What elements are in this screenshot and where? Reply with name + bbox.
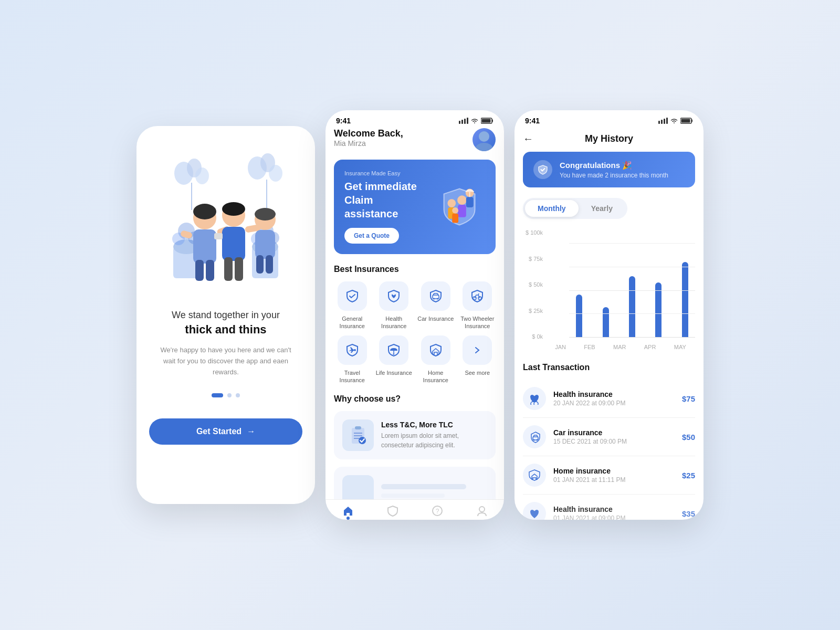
insurance-general[interactable]: General Insurance [334,281,371,330]
see-more[interactable]: See more [459,335,496,384]
see-more-label: See more [465,369,490,376]
battery-icon [481,118,494,124]
transaction-car: Car insurance 15 DEC 2021 at 09:00 PM $5… [523,418,695,456]
nav-shield[interactable] [387,505,398,517]
svg-rect-51 [466,197,474,207]
insurance-life-label: Life Insurance [376,369,412,376]
nav-home[interactable] [342,505,354,517]
bar-feb [595,243,615,337]
x-label-feb: FEB [584,344,595,350]
trans-date-4: 01 JAN 2021 at 09:00 PM [553,514,675,520]
heart-trans-icon-2 [528,507,541,520]
welcome-text: Welcome Back, Mia Mirza [334,128,403,148]
bar-may [675,243,695,337]
bar-mar [622,243,642,337]
tab-yearly[interactable]: Yearly [579,200,625,217]
svg-rect-75 [691,120,692,122]
status-icons [459,118,494,124]
trans-name-1: Health insurance [553,390,675,398]
svg-rect-21 [195,260,204,281]
tab-monthly[interactable]: Monthly [525,200,579,217]
svg-rect-76 [681,119,690,123]
car-trans-icon [528,430,541,443]
why-card: Less T&C, More TLC Lorem ipsum dolor sit… [334,411,496,459]
x-label-mar: MAR [613,344,626,350]
bar-apr [648,243,668,337]
x-label-jan: JAN [555,344,566,350]
congrats-banner: Congratulations 🎉 You have made 2 insura… [523,152,695,187]
home-shield-icon [428,343,443,358]
onboarding-screen: We stand together in your thick and thin… [136,126,315,504]
user-name: Mia Mirza [334,139,403,148]
why-title: Why choose us? [334,394,496,404]
insurance-home[interactable]: Home Insurance [417,335,454,384]
shield-congrats-icon [538,164,548,175]
chart-bars [569,243,695,338]
get-quote-button[interactable]: Get a Quote [344,228,399,244]
svg-point-26 [222,202,245,216]
status-bar: 9:41 [326,110,504,128]
shield-nav-icon [387,505,398,517]
svg-rect-34 [256,255,264,274]
x-label-may: MAY [674,344,686,350]
chevron-right-icon [470,343,485,358]
insurance-travel[interactable]: Travel Insurance [334,335,371,384]
greeting: Welcome Back, [334,128,403,139]
svg-rect-40 [467,118,468,124]
trans-amount-1: $75 [682,394,695,403]
insurance-health[interactable]: Health Insurance [376,281,413,330]
insurance-life[interactable]: Life Insurance [376,335,413,384]
best-insurances-title: Best Insurances [334,265,496,274]
dot-1 [212,393,223,397]
status-bar-3: 9:41 [514,110,704,128]
back-button[interactable]: ← [523,133,533,145]
wifi-icon [470,118,479,124]
home-trans-icon [528,469,541,481]
get-started-button[interactable]: Get Started → [149,418,302,445]
trans-date-2: 15 DEC 2021 at 09:00 PM [553,438,675,445]
svg-rect-71 [661,120,663,124]
battery-icon-3 [680,118,693,124]
svg-rect-62 [355,426,361,429]
tagline: We stand together in your thick and thin… [172,310,280,337]
svg-point-44 [479,131,489,142]
signal-icon [459,118,468,124]
svg-rect-27 [222,227,245,261]
svg-rect-39 [464,119,466,124]
onboarding-illustration [152,142,299,299]
svg-rect-22 [206,260,214,281]
chart-x-axis: JAN FEB MAR APR MAY [546,344,695,350]
svg-point-2 [195,167,209,184]
svg-point-32 [255,208,276,220]
wifi-icon-3 [670,118,678,124]
help-nav-icon: ? [432,505,443,517]
svg-rect-33 [255,230,275,259]
svg-point-45 [476,143,492,151]
nav-help[interactable]: ? [432,505,443,517]
time: 9:41 [336,117,351,125]
profile-nav-icon [476,505,488,517]
onboarding-subtitle: We're happy to have you here and we can'… [158,345,294,377]
insurance-car[interactable]: Car Insurance [417,281,454,330]
last-transaction-title: Last Transaction [523,363,695,372]
svg-rect-35 [266,255,273,274]
trans-name-4: Health insurance [553,505,675,513]
svg-rect-72 [664,119,665,124]
svg-point-57 [437,298,438,300]
nav-profile[interactable] [476,505,488,517]
trans-date-3: 01 JAN 2021 at 11:11 PM [553,476,675,484]
svg-rect-36 [214,233,223,239]
insurance-two-wheeler[interactable]: Two Wheeler Insurance [459,281,496,330]
x-label-apr: APR [644,344,656,350]
svg-point-53 [452,207,458,214]
transaction-health-2: Health insurance 01 JAN 2021 at 09:00 PM… [523,495,695,520]
congrats-title: Congratulations 🎉 [560,161,668,170]
car-shield-icon [428,289,443,303]
svg-point-56 [433,298,435,300]
history-screen: 9:41 ← My History [514,110,704,520]
insurance-travel-label: Travel Insurance [334,369,371,384]
svg-rect-49 [458,205,466,217]
heart-shield-icon [386,289,401,303]
avatar[interactable] [472,128,496,151]
home-screen: 9:41 Welcome Back, [326,110,504,520]
